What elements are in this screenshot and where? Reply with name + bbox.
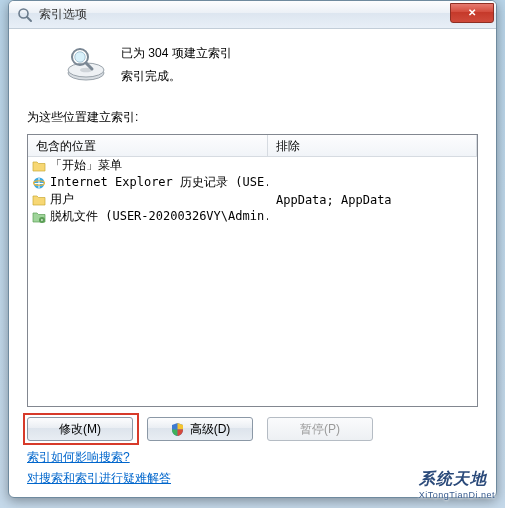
ie-icon: [32, 176, 46, 190]
location-cell: 「开始」菜单: [50, 157, 268, 174]
offline-icon: [32, 210, 46, 224]
list-item[interactable]: 「开始」菜单: [28, 157, 477, 174]
link-how-indexing-affects-search[interactable]: 索引如何影响搜索?: [27, 449, 130, 466]
pause-button: 暂停(P): [267, 417, 373, 441]
column-exclude[interactable]: 排除: [268, 135, 477, 156]
status-area: 已为 304 项建立索引 索引完成。: [27, 43, 478, 85]
uac-shield-icon: [170, 422, 185, 437]
locations-listbox[interactable]: 包含的位置 排除 「开始」菜单Internet Explorer 历史记录 (U…: [27, 134, 478, 407]
button-row: 修改(M) 高级(D) 暂停(P): [27, 417, 478, 441]
location-cell: Internet Explorer 历史记录 (USE...: [50, 174, 268, 191]
close-icon: ✕: [468, 7, 476, 18]
svg-point-6: [75, 52, 85, 62]
indexed-count-text: 已为 304 项建立索引: [121, 45, 232, 62]
watermark: 系统天地 XiTongTianDi.net: [419, 469, 495, 500]
list-item[interactable]: Internet Explorer 历史记录 (USE...: [28, 174, 477, 191]
link-troubleshoot-search[interactable]: 对搜索和索引进行疑难解答: [27, 470, 171, 487]
help-links: 索引如何影响搜索? 对搜索和索引进行疑难解答: [27, 449, 478, 487]
location-cell: 用户: [50, 191, 268, 208]
indexing-options-dialog: 索引选项 ✕ 已为 304 项建立索引 索引完成。 为这些位置建立: [8, 0, 497, 498]
advanced-button[interactable]: 高级(D): [147, 417, 253, 441]
locations-label: 为这些位置建立索引:: [27, 109, 478, 126]
modify-button[interactable]: 修改(M): [27, 417, 133, 441]
exclude-cell: AppData; AppData: [268, 193, 477, 207]
folder-icon: [32, 159, 46, 173]
watermark-main: 系统天地: [419, 469, 495, 490]
watermark-sub: XiTongTianDi.net: [419, 490, 495, 500]
disk-search-icon: [65, 43, 107, 85]
column-location[interactable]: 包含的位置: [28, 135, 268, 156]
indexing-status-text: 索引完成。: [121, 68, 232, 85]
list-header: 包含的位置 排除: [28, 135, 477, 157]
titlebar: 索引选项 ✕: [9, 1, 496, 29]
dialog-content: 已为 304 项建立索引 索引完成。 为这些位置建立索引: 包含的位置 排除 「…: [9, 29, 496, 497]
svg-line-1: [27, 17, 31, 21]
list-item[interactable]: 用户AppData; AppData: [28, 191, 477, 208]
close-button[interactable]: ✕: [450, 3, 494, 23]
folder-icon: [32, 193, 46, 207]
location-cell: 脱机文件 (USER-20200326VY\Admin...: [50, 208, 268, 225]
search-options-icon: [17, 7, 33, 23]
list-item[interactable]: 脱机文件 (USER-20200326VY\Admin...: [28, 208, 477, 225]
window-title: 索引选项: [39, 6, 444, 23]
